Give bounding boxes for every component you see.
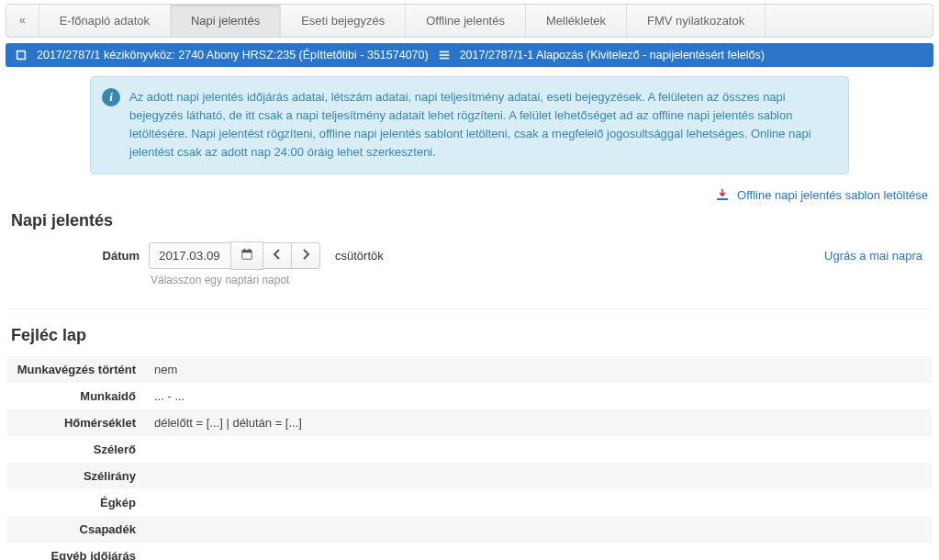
row-key: Szélerő <box>7 436 145 463</box>
table-row: Egyéb időjárás <box>7 543 932 560</box>
download-template-link[interactable]: Offline napi jelentés sablon letöltése <box>737 188 928 202</box>
row-value <box>145 543 932 560</box>
svg-rect-3 <box>717 198 728 200</box>
day-of-week: csütörtök <box>335 249 384 263</box>
context-left: 2017/2787/1 kézikönyvköz: 2740 Abony HRS… <box>37 49 429 62</box>
tab-efnaplo[interactable]: E-főnapló adatok <box>39 5 171 37</box>
info-box: i Az adott napi jelentés időjárás adatai… <box>90 76 849 174</box>
svg-rect-1 <box>439 54 449 56</box>
list-icon <box>438 49 451 62</box>
chevron-left-icon <box>273 249 282 263</box>
section-title-fejlec: Fejléc lap <box>11 326 928 345</box>
header-sheet-table: Munkavégzés történtnemMunkaidő... - ...H… <box>7 356 932 560</box>
row-value <box>145 489 932 516</box>
date-input[interactable] <box>149 242 231 269</box>
tab-fmv[interactable]: FMV nyilatkozatok <box>627 5 766 37</box>
tab-napi-jelentes[interactable]: Napi jelentés <box>171 5 281 37</box>
prev-day-button[interactable] <box>263 242 292 269</box>
calendar-button[interactable] <box>230 241 263 270</box>
tab-offline[interactable]: Offline jelentés <box>406 5 526 37</box>
book-icon <box>15 49 28 62</box>
row-value <box>145 516 932 543</box>
row-value: délelőtt = [...] | délután = [...] <box>145 409 932 436</box>
row-value: ... - ... <box>145 383 932 409</box>
row-value <box>145 463 932 489</box>
row-key: Csapadék <box>7 516 145 543</box>
row-value <box>145 436 932 463</box>
table-row: Csapadék <box>7 516 932 543</box>
row-key: Szélirány <box>7 463 145 489</box>
section-title-napi: Napi jelentés <box>11 211 928 230</box>
table-row: Szélerő <box>7 436 932 463</box>
table-row: Égkép <box>7 489 932 516</box>
info-text: Az adott napi jelentés időjárás adatai, … <box>129 90 811 159</box>
svg-rect-0 <box>439 51 449 53</box>
date-label: Dátum <box>11 249 140 263</box>
date-hint: Válasszon egy naptári napot <box>7 272 932 292</box>
context-bar: 2017/2787/1 kézikönyvköz: 2740 Abony HRS… <box>6 43 933 67</box>
table-row: Munkavégzés történtnem <box>7 356 932 383</box>
separator <box>7 308 932 309</box>
svg-rect-5 <box>242 250 252 252</box>
download-icon <box>715 188 737 202</box>
context-right: 2017/2787/1-1 Alapozás (Kivitelező - nap… <box>460 49 765 62</box>
row-value: nem <box>145 356 932 383</box>
svg-rect-7 <box>249 248 251 251</box>
next-day-button[interactable] <box>291 242 320 269</box>
tab-mellekletek[interactable]: Mellékletek <box>526 5 627 37</box>
chevron-right-icon <box>301 249 310 263</box>
table-row: Szélirány <box>7 463 932 489</box>
row-key: Hőmérséklet <box>7 409 145 436</box>
main-tabbar: « E-főnapló adatok Napi jelentés Eseti b… <box>6 4 933 38</box>
table-row: Hőmérsékletdélelőtt = [...] | délután = … <box>7 409 932 436</box>
row-key: Egyéb időjárás <box>7 543 145 560</box>
goto-today-link[interactable]: Ugrás a mai napra <box>824 249 928 263</box>
row-key: Égkép <box>7 489 145 516</box>
calendar-icon <box>240 248 253 263</box>
table-row: Munkaidő... - ... <box>7 383 932 409</box>
collapse-tab[interactable]: « <box>6 5 39 37</box>
row-key: Munkaidő <box>7 383 145 409</box>
tab-eseti[interactable]: Eseti bejegyzés <box>281 5 406 37</box>
svg-rect-2 <box>439 58 449 60</box>
row-key: Munkavégzés történt <box>7 356 145 383</box>
info-icon: i <box>102 88 120 106</box>
svg-rect-6 <box>244 248 246 251</box>
